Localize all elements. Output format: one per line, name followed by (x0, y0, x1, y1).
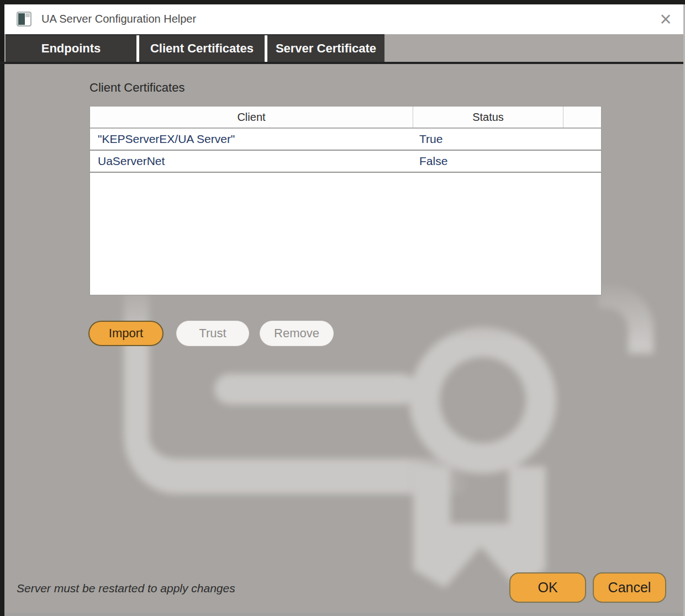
title-bar: UA Server Configuration Helper × (4, 4, 683, 34)
column-header-status[interactable]: Status (413, 107, 563, 128)
ua-server-configuration-helper-window: UA Server Configuration Helper × Endpoin… (0, 0, 685, 616)
section-title: Client Certificates (89, 81, 185, 95)
cell-status: False (413, 155, 447, 168)
ok-button[interactable]: OK (509, 572, 586, 603)
certificate-text-line (214, 374, 417, 405)
cell-client: UaServerNet (90, 155, 413, 168)
certificate-document-corner (598, 282, 654, 354)
client-certificates-table: Client Status "KEPServerEX/UA Server" Tr… (89, 106, 602, 295)
certificate-ribbon (413, 466, 546, 588)
table-row[interactable]: UaServerNet False (90, 151, 601, 173)
tab-client-certificates[interactable]: Client Certificates (139, 35, 265, 62)
cancel-button[interactable]: Cancel (593, 572, 666, 603)
remove-button[interactable]: Remove (260, 321, 334, 346)
app-window-icon (17, 12, 31, 26)
cell-client: "KEPServerEX/UA Server" (90, 132, 413, 146)
app-window-icon-square (25, 13, 30, 17)
tabs-row: Endpoints Client Certificates Server Cer… (6, 34, 384, 62)
window-title: UA Server Configuration Helper (41, 13, 196, 25)
table-header-row: Client Status (90, 107, 601, 129)
client-certificates-panel: Client Certificates Client Status "KEPSe… (4, 64, 683, 613)
import-button[interactable]: Import (88, 321, 164, 346)
column-header-client[interactable]: Client (90, 107, 413, 128)
tab-strip: Endpoints Client Certificates Server Cer… (4, 34, 683, 62)
restart-status-text: Server must be restarted to apply change… (17, 582, 235, 595)
certificate-seal-ring (409, 327, 556, 474)
table-row[interactable]: "KEPServerEX/UA Server" True (90, 129, 601, 151)
column-header-extra (563, 107, 601, 128)
cell-status: True (413, 132, 442, 146)
close-button[interactable]: × (654, 7, 678, 31)
trust-button[interactable]: Trust (176, 321, 249, 346)
window-edge-bottom (4, 613, 683, 616)
app-window-icon-pane (18, 13, 25, 25)
tab-server-certificate[interactable]: Server Certificate (267, 35, 384, 62)
tab-endpoints[interactable]: Endpoints (6, 35, 136, 62)
